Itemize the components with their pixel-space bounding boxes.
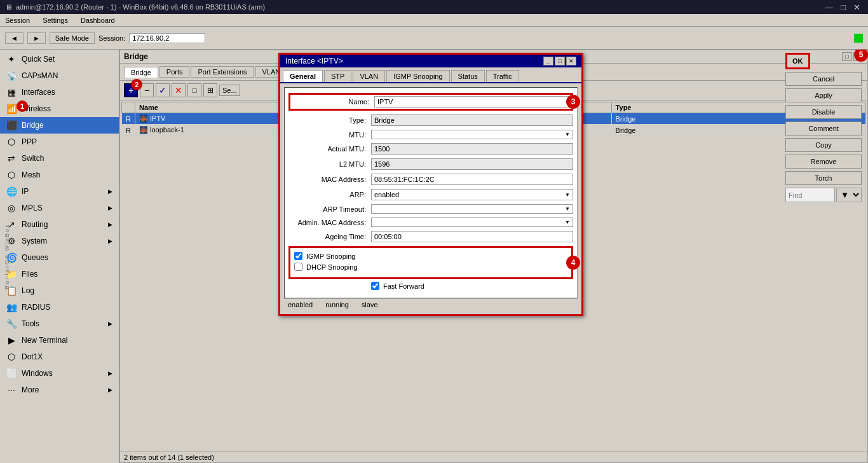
sidebar-item-mpls[interactable]: ◎ MPLS ▶ — [0, 200, 119, 216]
sidebar-item-ppp[interactable]: ⬡ PPP — [0, 134, 119, 150]
tab-status[interactable]: Status — [451, 70, 485, 82]
sidebar-item-dot1x[interactable]: ⬡ Dot1X — [0, 349, 119, 365]
interface-dialog: Interface <IPTV> _ □ ✕ General STP VLAN … — [278, 53, 583, 316]
sidebar-item-mesh[interactable]: ⬡ Mesh — [0, 167, 119, 183]
disable-button[interactable]: Disable — [785, 105, 862, 119]
sidebar-item-files[interactable]: 📁 Files — [0, 266, 119, 282]
bridge-tab-bridge[interactable]: Bridge — [124, 67, 158, 78]
sidebar-item-queues[interactable]: 🌀 Queues — [0, 249, 119, 266]
sidebar-item-bridge[interactable]: ⬛ Bridge — [0, 117, 119, 134]
disable-bridge-button[interactable]: ✕ — [172, 83, 186, 97]
apply-button[interactable]: Apply — [785, 88, 862, 102]
arp-timeout-arrow: ▼ — [565, 206, 570, 212]
tab-vlan[interactable]: VLAN — [353, 70, 385, 82]
arp-timeout-select[interactable]: ▼ — [371, 204, 573, 214]
forward-button[interactable]: ► — [27, 32, 46, 44]
bridge-tab-port-extensions[interactable]: Port Extensions — [191, 66, 254, 78]
session-input[interactable] — [129, 33, 205, 43]
minimize-button[interactable]: — — [822, 3, 836, 12]
sidebar-item-switch[interactable]: ⇄ Switch — [0, 150, 119, 167]
sidebar-item-system[interactable]: ⚙ System ▶ — [0, 233, 119, 249]
ok-button[interactable]: OK — [785, 53, 810, 69]
dhcp-snooping-checkbox[interactable] — [294, 263, 302, 271]
fast-forward-checkbox[interactable] — [371, 282, 379, 290]
cancel-button[interactable]: Cancel — [785, 72, 862, 86]
mtu-select[interactable]: ▼ — [371, 130, 573, 139]
arp-value: enabled — [374, 191, 399, 198]
igmp-snooping-row: IGMP Snooping — [294, 252, 567, 260]
sidebar-item-tools[interactable]: 🔧 Tools ▶ — [0, 315, 119, 332]
menu-settings[interactable]: Settings — [40, 17, 71, 24]
more-arrow-icon: ▶ — [108, 387, 112, 393]
type-input — [371, 114, 573, 126]
comment-button[interactable]: Comment — [785, 121, 862, 135]
sidebar-item-capsman[interactable]: 📡 CAPsMAN — [0, 67, 119, 84]
mpls-arrow-icon: ▶ — [108, 205, 112, 211]
tab-stp[interactable]: STP — [324, 70, 351, 82]
remove-button[interactable]: Remove — [785, 155, 862, 169]
close-button[interactable]: ✕ — [851, 3, 863, 12]
fast-forward-row: Fast Forward — [288, 282, 573, 290]
dialog-close-button[interactable]: ✕ — [566, 57, 576, 66]
radius-icon: 👥 — [6, 302, 17, 312]
find-dropdown[interactable]: ▼ — [836, 188, 862, 202]
bridge-tab-ports[interactable]: Ports — [159, 66, 190, 78]
arp-dropdown-arrow: ▼ — [565, 192, 570, 198]
settings-bridge-button[interactable]: Se... — [219, 85, 240, 96]
arp-select[interactable]: enabled ▼ — [371, 189, 573, 200]
dialog-tabs: General STP VLAN IGMP Snooping Status Tr… — [280, 67, 581, 83]
windows-icon: ⬜ — [6, 368, 17, 378]
sidebar-label-dot1x: Dot1X — [22, 352, 43, 361]
sidebar: RouterOS WinBox ✦ Quick Set 📡 CAPsMAN ▦ … — [0, 50, 119, 463]
tools-icon: 🔧 — [6, 319, 17, 329]
tab-general[interactable]: General — [283, 70, 323, 82]
mtu-label: MTU: — [288, 131, 371, 139]
sidebar-item-more[interactable]: ··· More ▶ — [0, 382, 119, 398]
torch-button[interactable]: Torch — [785, 171, 862, 185]
sidebar-item-wireless[interactable]: 📶 Wireless 1 — [0, 100, 119, 117]
sidebar-item-log[interactable]: 📋 Log — [0, 282, 119, 299]
sidebar-label-ip: IP — [22, 187, 29, 196]
arp-timeout-label: ARP Timeout: — [288, 205, 371, 213]
menu-bar: Session Settings Dashboard — [0, 14, 868, 27]
row-flag: R — [122, 113, 135, 125]
tab-igmp-snooping[interactable]: IGMP Snooping — [386, 70, 449, 82]
mac-input[interactable] — [371, 174, 573, 185]
copy-bridge-button[interactable]: □ — [187, 83, 201, 97]
dialog-maximize-button[interactable]: □ — [555, 57, 565, 66]
system-arrow-icon: ▶ — [108, 238, 112, 244]
col-flag[interactable] — [122, 102, 135, 113]
admin-mac-select[interactable]: ▼ — [371, 218, 573, 227]
ageing-input[interactable] — [371, 231, 573, 242]
copy-button[interactable]: Copy — [785, 138, 862, 152]
sidebar-item-new-terminal[interactable]: ▶ New Terminal — [0, 332, 119, 349]
sidebar-item-ip[interactable]: 🌐 IP ▶ — [0, 183, 119, 200]
sidebar-item-radius[interactable]: 👥 RADIUS — [0, 299, 119, 315]
queues-icon: 🌀 — [6, 252, 17, 263]
files-icon: 📁 — [6, 269, 17, 279]
sidebar-item-quick-set[interactable]: ✦ Quick Set — [0, 51, 119, 67]
add-bridge-button[interactable]: + 2 — [124, 83, 138, 97]
routing-icon: ↗ — [6, 219, 17, 230]
arp-row: ARP: enabled ▼ — [288, 189, 573, 200]
filter-bridge-button[interactable]: ⊞ — [203, 83, 217, 97]
title-bar-text: admin@172.16.90.2 (Router - 1) - WinBox … — [16, 3, 265, 11]
main-layout: RouterOS WinBox ✦ Quick Set 📡 CAPsMAN ▦ … — [0, 50, 868, 463]
tab-traffic[interactable]: Traffic — [486, 70, 519, 82]
enable-bridge-button[interactable]: ✓ — [156, 83, 170, 97]
actual-mtu-input — [371, 143, 573, 155]
fast-forward-label: Fast Forward — [383, 282, 424, 290]
sidebar-item-windows[interactable]: ⬜ Windows ▶ — [0, 365, 119, 382]
sidebar-item-routing[interactable]: ↗ Routing ▶ — [0, 216, 119, 233]
back-button[interactable]: ◄ — [5, 32, 24, 44]
menu-session[interactable]: Session — [3, 17, 32, 24]
name-input[interactable] — [374, 96, 570, 107]
safe-mode-button[interactable]: Safe Mode — [50, 32, 95, 44]
menu-dashboard[interactable]: Dashboard — [78, 17, 118, 24]
find-input[interactable] — [785, 188, 835, 202]
igmp-snooping-checkbox[interactable] — [294, 252, 302, 260]
dialog-minimize-button[interactable]: _ — [543, 57, 553, 66]
sidebar-item-interfaces[interactable]: ▦ Interfaces — [0, 84, 119, 100]
maximize-button[interactable]: □ — [838, 3, 848, 12]
sidebar-label-files: Files — [22, 270, 37, 279]
